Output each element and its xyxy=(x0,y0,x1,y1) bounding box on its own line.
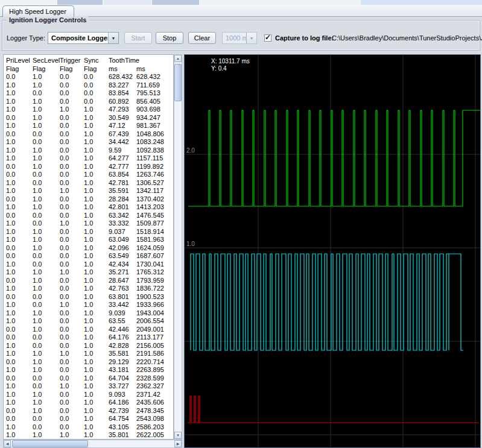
cell: 1.0 xyxy=(33,195,60,204)
cell: 0.0 xyxy=(60,407,84,415)
cell: 1.0 xyxy=(6,317,33,326)
cell: 1.0 xyxy=(60,431,84,440)
cell: 1.0 xyxy=(84,122,109,130)
table-header-row: FlagFlagFlagFlagmsms xyxy=(6,65,173,74)
cell: 2371.42 xyxy=(136,391,170,399)
table-row: 0.00.00.01.064.7042328.599 xyxy=(6,374,173,383)
cell: 0.0 xyxy=(60,89,84,98)
capture-to-log-checkbox[interactable]: ✓ xyxy=(264,34,271,42)
cell: 0.0 xyxy=(33,89,60,98)
cell: 0.0 xyxy=(6,114,33,122)
cell: 35.801 xyxy=(109,431,136,440)
cell: 1.0 xyxy=(84,366,109,374)
cell: 1.0 xyxy=(84,130,109,139)
cell: 0.0 xyxy=(33,301,60,309)
logger-type-select[interactable]: Composite Logger ▼ xyxy=(48,32,119,44)
cell: 42.434 xyxy=(109,260,136,269)
cell: 2006.554 xyxy=(136,317,170,326)
group-title: Ignition Logger Controls xyxy=(7,16,89,24)
cell: 0.0 xyxy=(60,236,84,244)
cell: 1.0 xyxy=(84,407,109,415)
cell: 0.0 xyxy=(60,138,84,147)
scope-scale-label: 2.0 xyxy=(186,147,195,154)
cell: 1.0 xyxy=(84,317,109,326)
cell: 9.093 xyxy=(109,391,136,399)
tab-high-speed-logger[interactable]: High Speed Logger xyxy=(2,5,74,17)
chevron-down-icon[interactable]: ▼ xyxy=(108,33,118,43)
cell: 1765.312 xyxy=(136,268,170,277)
cell: 1.0 xyxy=(6,236,33,244)
cell: 1509.877 xyxy=(136,219,170,228)
scroll-up-button[interactable]: ▲ xyxy=(174,55,182,62)
cell: 1730.041 xyxy=(136,260,170,269)
composite-logger-scope[interactable]: 2.01.0 X: 10311.7 ms Y: 0.4 xyxy=(184,54,481,448)
cell: 1.0 xyxy=(6,309,33,318)
cell: 1.0 xyxy=(6,342,33,350)
cell: 0.0 xyxy=(60,366,84,374)
cell: 63.342 xyxy=(109,212,136,220)
cell: 1.0 xyxy=(33,366,60,374)
interval-select[interactable]: 1000 ms ▼ xyxy=(222,32,257,44)
cell: 1.0 xyxy=(84,244,109,253)
cell: 1.0 xyxy=(84,309,109,318)
cell: 2156.005 xyxy=(136,342,170,350)
cell: 1.0 xyxy=(33,399,60,407)
cell: 0.0 xyxy=(60,122,84,130)
cell: 0.0 xyxy=(60,114,84,122)
horizontal-scrollbar-thumb[interactable] xyxy=(12,440,88,447)
table-vertical-scrollbar[interactable]: ▲ ▼ xyxy=(174,54,182,440)
cell: 1.0 xyxy=(84,260,109,269)
cell: 1.0 xyxy=(6,89,33,98)
cell: 1.0 xyxy=(84,399,109,407)
cell: 1.0 xyxy=(60,301,84,309)
cell: 0.0 xyxy=(60,244,84,253)
table-row: 1.01.01.01.035.8012622.005 xyxy=(6,431,173,440)
cell: 1.0 xyxy=(33,391,60,399)
table-row: 1.01.01.01.047.293903.698 xyxy=(6,106,173,114)
table-horizontal-scrollbar[interactable]: ◀ ▶ xyxy=(3,440,182,448)
cell: 0.0 xyxy=(60,195,84,204)
cell: 1.0 xyxy=(33,154,60,163)
scroll-right-button[interactable]: ▶ xyxy=(174,440,182,447)
start-button[interactable]: Start xyxy=(124,32,152,44)
cell: 1.0 xyxy=(60,382,84,391)
cell: 1.0 xyxy=(84,195,109,204)
cell: 67.439 xyxy=(109,130,136,139)
cell: 1581.963 xyxy=(136,236,170,244)
cell: 42.446 xyxy=(109,326,136,334)
scroll-down-button[interactable]: ▼ xyxy=(174,432,182,439)
header-cell: Flag xyxy=(84,65,109,74)
cell: 2113.177 xyxy=(136,333,170,342)
cell: 1.0 xyxy=(84,342,109,350)
capture-to-log-label: Capture to log file: xyxy=(275,34,334,42)
clear-button[interactable]: Clear xyxy=(188,32,216,44)
table-row: 1.01.00.01.09.0932371.42 xyxy=(6,391,173,399)
table-row: 0.01.00.00.0628.432628.432 xyxy=(6,73,173,81)
table-row: 1.01.00.01.064.2771157.115 xyxy=(6,154,173,163)
cell: 1157.115 xyxy=(136,154,170,163)
cell: 1.0 xyxy=(6,203,33,212)
cell: 903.698 xyxy=(136,106,170,114)
cell: 1.0 xyxy=(6,138,33,147)
cell: 0.0 xyxy=(60,203,84,212)
cell: 0.0 xyxy=(60,374,84,383)
cell: 42.828 xyxy=(109,342,136,350)
cell: 0.0 xyxy=(60,391,84,399)
cell: 1.0 xyxy=(84,252,109,260)
cell: 0.0 xyxy=(60,81,84,90)
cell: 2328.599 xyxy=(136,374,170,383)
cell: 1.0 xyxy=(33,236,60,244)
cell: 0.0 xyxy=(6,326,33,334)
cell: 1199.892 xyxy=(136,163,170,171)
cell: 0.0 xyxy=(60,333,84,342)
cell: 0.0 xyxy=(6,212,33,220)
vertical-scrollbar-thumb[interactable] xyxy=(174,64,182,101)
cell: 1.0 xyxy=(84,374,109,383)
cell: 9.039 xyxy=(109,309,136,318)
cell: 2362.327 xyxy=(136,382,170,391)
table-row: 0.00.00.01.064.7542543.098 xyxy=(6,415,173,423)
scroll-left-button[interactable]: ◀ xyxy=(4,440,11,447)
stop-button[interactable]: Stop xyxy=(156,32,183,44)
cell: 1.0 xyxy=(84,138,109,147)
cell: 0.0 xyxy=(60,252,84,260)
